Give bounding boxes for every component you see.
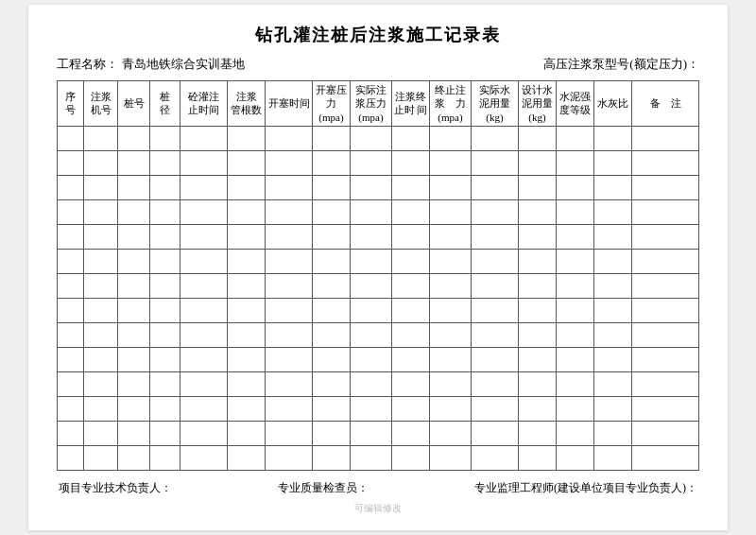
main-title: 钻孔灌注桩后注浆施工记录表 [57, 24, 699, 46]
table-cell [519, 347, 557, 371]
table-cell [313, 322, 351, 347]
table-cell [180, 150, 228, 175]
table-row [58, 347, 699, 371]
table-cell [118, 175, 150, 199]
table-cell [472, 445, 519, 470]
table-row [58, 322, 699, 347]
table-cell [594, 150, 632, 175]
table-cell [118, 396, 150, 421]
table-cell [594, 371, 632, 396]
table-cell [58, 396, 84, 421]
table-cell [430, 126, 472, 150]
table-cell [84, 224, 118, 249]
table-cell [313, 175, 351, 199]
table-cell [632, 396, 699, 421]
table-cell [150, 347, 180, 371]
table-cell [84, 445, 118, 470]
table-cell [84, 249, 118, 273]
table-cell [118, 445, 150, 470]
table-cell [472, 371, 519, 396]
table-cell [84, 421, 118, 445]
table-cell [150, 273, 180, 298]
table-cell [58, 175, 84, 199]
table-cell [472, 396, 519, 421]
table-cell [594, 224, 632, 249]
table-cell [594, 322, 632, 347]
table-cell [118, 298, 150, 322]
table-cell [118, 199, 150, 224]
table-cell [351, 199, 392, 224]
table-cell [632, 224, 699, 249]
table-cell [266, 273, 313, 298]
watermark: 可编辑修改 [57, 502, 699, 515]
table-cell [632, 273, 699, 298]
table-cell [228, 150, 266, 175]
table-cell [392, 126, 430, 150]
table-cell [519, 126, 557, 150]
table-cell [351, 445, 392, 470]
table-cell [430, 175, 472, 199]
table-cell [472, 175, 519, 199]
table-cell [58, 224, 84, 249]
col-header-inject: 注浆管根数 [228, 81, 266, 127]
table-row [58, 249, 699, 273]
table-cell [313, 249, 351, 273]
table-cell [632, 199, 699, 224]
table-cell [58, 273, 84, 298]
table-cell [472, 126, 519, 150]
table-cell [228, 421, 266, 445]
table-cell [594, 298, 632, 322]
table-cell [150, 249, 180, 273]
table-cell [594, 199, 632, 224]
table-cell [180, 273, 228, 298]
table-cell [313, 396, 351, 421]
table-cell [594, 396, 632, 421]
table-cell [557, 421, 594, 445]
table-cell [84, 371, 118, 396]
table-cell [58, 126, 84, 150]
table-cell [472, 322, 519, 347]
table-cell [180, 396, 228, 421]
pump-label: 高压注浆泵型号(额定压力)： [543, 56, 699, 73]
table-cell [150, 199, 180, 224]
table-cell [472, 150, 519, 175]
record-table: 序号 注浆机号 桩号 桩径 砼灌注止时间 注浆管根数 开塞时间 开塞压力(mpa… [57, 80, 699, 471]
table-cell [58, 445, 84, 470]
table-cell [84, 199, 118, 224]
table-cell [180, 298, 228, 322]
table-cell [392, 175, 430, 199]
table-cell [632, 298, 699, 322]
table-cell [118, 347, 150, 371]
col-header-open-press: 开塞压力(mpa) [313, 81, 351, 127]
table-cell [557, 150, 594, 175]
table-cell [118, 322, 150, 347]
table-cell [228, 175, 266, 199]
table-cell [266, 126, 313, 150]
table-cell [430, 445, 472, 470]
table-cell [228, 445, 266, 470]
table-cell [392, 371, 430, 396]
table-cell [632, 445, 699, 470]
table-cell [150, 298, 180, 322]
table-cell [313, 224, 351, 249]
table-cell [351, 371, 392, 396]
table-cell [313, 199, 351, 224]
table-cell [472, 224, 519, 249]
table-cell [557, 126, 594, 150]
table-cell [392, 199, 430, 224]
table-cell [632, 322, 699, 347]
table-cell [228, 322, 266, 347]
col-header-fill-stop: 砼灌注止时间 [180, 81, 228, 127]
table-cell [266, 421, 313, 445]
table-cell [392, 273, 430, 298]
table-cell [58, 249, 84, 273]
table-cell [519, 150, 557, 175]
table-cell [351, 224, 392, 249]
table-cell [58, 347, 84, 371]
col-header-cement-strength: 水灰比 [594, 81, 632, 127]
table-cell [150, 175, 180, 199]
table-cell [472, 199, 519, 224]
project-name-area: 工程名称： 青岛地铁综合实训基地 [57, 56, 245, 73]
table-cell [266, 322, 313, 347]
table-cell [228, 396, 266, 421]
